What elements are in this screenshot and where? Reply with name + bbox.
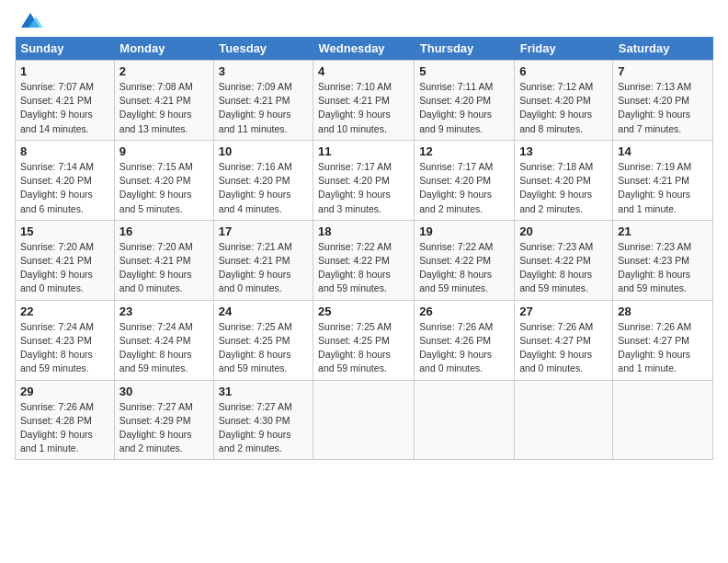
calendar-cell: 9 Sunrise: 7:15 AM Sunset: 4:20 PM Dayli…	[114, 140, 213, 220]
day-number: 2	[119, 64, 209, 78]
day-info: Sunrise: 7:14 AM Sunset: 4:20 PM Dayligh…	[20, 160, 109, 216]
day-info: Sunrise: 7:18 AM Sunset: 4:20 PM Dayligh…	[519, 160, 608, 216]
day-number: 30	[119, 385, 209, 398]
week-row-1: 1 Sunrise: 7:07 AM Sunset: 4:21 PM Dayli…	[16, 61, 713, 141]
day-info: Sunrise: 7:27 AM Sunset: 4:30 PM Dayligh…	[219, 400, 308, 456]
day-number: 6	[519, 64, 608, 78]
day-number: 29	[20, 385, 109, 398]
day-info: Sunrise: 7:16 AM Sunset: 4:20 PM Dayligh…	[219, 160, 308, 216]
calendar-cell: 14 Sunrise: 7:19 AM Sunset: 4:21 PM Dayl…	[613, 140, 713, 220]
day-info: Sunrise: 7:23 AM Sunset: 4:22 PM Dayligh…	[519, 240, 608, 296]
day-info: Sunrise: 7:12 AM Sunset: 4:20 PM Dayligh…	[519, 80, 608, 136]
calendar-cell: 17 Sunrise: 7:21 AM Sunset: 4:21 PM Dayl…	[213, 220, 313, 300]
day-info: Sunrise: 7:15 AM Sunset: 4:20 PM Dayligh…	[119, 160, 209, 216]
day-number: 18	[318, 224, 409, 238]
day-info: Sunrise: 7:24 AM Sunset: 4:24 PM Dayligh…	[119, 320, 209, 376]
day-number: 14	[618, 144, 708, 158]
day-number: 8	[20, 144, 109, 158]
calendar-cell	[415, 380, 515, 460]
day-info: Sunrise: 7:22 AM Sunset: 4:22 PM Dayligh…	[318, 240, 409, 296]
header-wednesday: Wednesday	[313, 37, 415, 61]
calendar-cell	[613, 380, 713, 460]
week-row-4: 22 Sunrise: 7:24 AM Sunset: 4:23 PM Dayl…	[16, 300, 713, 380]
day-info: Sunrise: 7:13 AM Sunset: 4:20 PM Dayligh…	[618, 80, 708, 136]
day-number: 28	[618, 304, 708, 318]
day-number: 11	[318, 144, 409, 158]
calendar-cell: 1 Sunrise: 7:07 AM Sunset: 4:21 PM Dayli…	[16, 61, 115, 141]
day-number: 25	[318, 304, 409, 318]
day-info: Sunrise: 7:26 AM Sunset: 4:26 PM Dayligh…	[419, 320, 509, 376]
day-info: Sunrise: 7:26 AM Sunset: 4:28 PM Dayligh…	[20, 400, 109, 456]
day-number: 24	[219, 304, 308, 318]
day-info: Sunrise: 7:17 AM Sunset: 4:20 PM Dayligh…	[318, 160, 409, 216]
week-row-3: 15 Sunrise: 7:20 AM Sunset: 4:21 PM Dayl…	[16, 220, 713, 300]
day-info: Sunrise: 7:09 AM Sunset: 4:21 PM Dayligh…	[219, 80, 308, 136]
day-info: Sunrise: 7:11 AM Sunset: 4:20 PM Dayligh…	[419, 80, 509, 136]
calendar-cell: 6 Sunrise: 7:12 AM Sunset: 4:20 PM Dayli…	[515, 61, 613, 141]
calendar-cell: 2 Sunrise: 7:08 AM Sunset: 4:21 PM Dayli…	[114, 61, 213, 141]
day-number: 9	[119, 144, 209, 158]
day-number: 15	[20, 224, 109, 238]
day-number: 3	[219, 64, 308, 78]
calendar-cell: 10 Sunrise: 7:16 AM Sunset: 4:20 PM Dayl…	[213, 140, 313, 220]
calendar-cell: 11 Sunrise: 7:17 AM Sunset: 4:20 PM Dayl…	[313, 140, 415, 220]
header-saturday: Saturday	[613, 37, 713, 61]
day-number: 17	[219, 224, 308, 238]
calendar-cell: 7 Sunrise: 7:13 AM Sunset: 4:20 PM Dayli…	[613, 61, 713, 141]
day-info: Sunrise: 7:22 AM Sunset: 4:22 PM Dayligh…	[419, 240, 509, 296]
day-number: 10	[219, 144, 308, 158]
day-number: 19	[419, 224, 509, 238]
calendar-cell: 23 Sunrise: 7:24 AM Sunset: 4:24 PM Dayl…	[114, 300, 213, 380]
header-monday: Monday	[114, 37, 213, 61]
day-number: 16	[119, 224, 209, 238]
header-tuesday: Tuesday	[213, 37, 313, 61]
calendar-cell: 13 Sunrise: 7:18 AM Sunset: 4:20 PM Dayl…	[515, 140, 613, 220]
calendar-header-row: SundayMondayTuesdayWednesdayThursdayFrid…	[16, 37, 713, 61]
calendar-cell: 8 Sunrise: 7:14 AM Sunset: 4:20 PM Dayli…	[16, 140, 115, 220]
header-thursday: Thursday	[415, 37, 515, 61]
calendar-cell: 29 Sunrise: 7:26 AM Sunset: 4:28 PM Dayl…	[16, 380, 115, 460]
logo	[15, 9, 43, 31]
day-info: Sunrise: 7:23 AM Sunset: 4:23 PM Dayligh…	[618, 240, 708, 296]
calendar-cell: 3 Sunrise: 7:09 AM Sunset: 4:21 PM Dayli…	[213, 61, 313, 141]
calendar-cell: 26 Sunrise: 7:26 AM Sunset: 4:26 PM Dayl…	[415, 300, 515, 380]
logo-icon	[17, 9, 43, 35]
header-friday: Friday	[515, 37, 613, 61]
day-number: 5	[419, 64, 509, 78]
page-container: SundayMondayTuesdayWednesdayThursdayFrid…	[0, 0, 728, 469]
calendar-cell	[515, 380, 613, 460]
day-info: Sunrise: 7:26 AM Sunset: 4:27 PM Dayligh…	[618, 320, 708, 376]
day-info: Sunrise: 7:20 AM Sunset: 4:21 PM Dayligh…	[119, 240, 209, 296]
day-number: 4	[318, 64, 409, 78]
logo-line1	[15, 9, 43, 35]
day-info: Sunrise: 7:20 AM Sunset: 4:21 PM Dayligh…	[20, 240, 109, 296]
calendar-table: SundayMondayTuesdayWednesdayThursdayFrid…	[15, 37, 713, 460]
header-sunday: Sunday	[16, 37, 115, 61]
day-number: 20	[519, 224, 608, 238]
calendar-cell: 16 Sunrise: 7:20 AM Sunset: 4:21 PM Dayl…	[114, 220, 213, 300]
day-number: 22	[20, 304, 109, 318]
day-number: 27	[519, 304, 608, 318]
calendar-cell: 30 Sunrise: 7:27 AM Sunset: 4:29 PM Dayl…	[114, 380, 213, 460]
calendar-cell: 12 Sunrise: 7:17 AM Sunset: 4:20 PM Dayl…	[415, 140, 515, 220]
calendar-cell: 20 Sunrise: 7:23 AM Sunset: 4:22 PM Dayl…	[515, 220, 613, 300]
day-number: 21	[618, 224, 708, 238]
day-info: Sunrise: 7:17 AM Sunset: 4:20 PM Dayligh…	[419, 160, 509, 216]
calendar-cell: 31 Sunrise: 7:27 AM Sunset: 4:30 PM Dayl…	[213, 380, 313, 460]
calendar-cell: 4 Sunrise: 7:10 AM Sunset: 4:21 PM Dayli…	[313, 61, 415, 141]
day-number: 13	[519, 144, 608, 158]
header	[15, 9, 713, 31]
day-info: Sunrise: 7:07 AM Sunset: 4:21 PM Dayligh…	[20, 80, 109, 136]
day-info: Sunrise: 7:10 AM Sunset: 4:21 PM Dayligh…	[318, 80, 409, 136]
day-info: Sunrise: 7:08 AM Sunset: 4:21 PM Dayligh…	[119, 80, 209, 136]
calendar-cell: 5 Sunrise: 7:11 AM Sunset: 4:20 PM Dayli…	[415, 61, 515, 141]
day-info: Sunrise: 7:21 AM Sunset: 4:21 PM Dayligh…	[219, 240, 308, 296]
calendar-cell: 18 Sunrise: 7:22 AM Sunset: 4:22 PM Dayl…	[313, 220, 415, 300]
day-info: Sunrise: 7:27 AM Sunset: 4:29 PM Dayligh…	[119, 400, 209, 456]
calendar-cell: 24 Sunrise: 7:25 AM Sunset: 4:25 PM Dayl…	[213, 300, 313, 380]
calendar-cell: 15 Sunrise: 7:20 AM Sunset: 4:21 PM Dayl…	[16, 220, 115, 300]
calendar-cell: 22 Sunrise: 7:24 AM Sunset: 4:23 PM Dayl…	[16, 300, 115, 380]
day-number: 7	[618, 64, 708, 78]
day-number: 23	[119, 304, 209, 318]
day-info: Sunrise: 7:25 AM Sunset: 4:25 PM Dayligh…	[219, 320, 308, 376]
